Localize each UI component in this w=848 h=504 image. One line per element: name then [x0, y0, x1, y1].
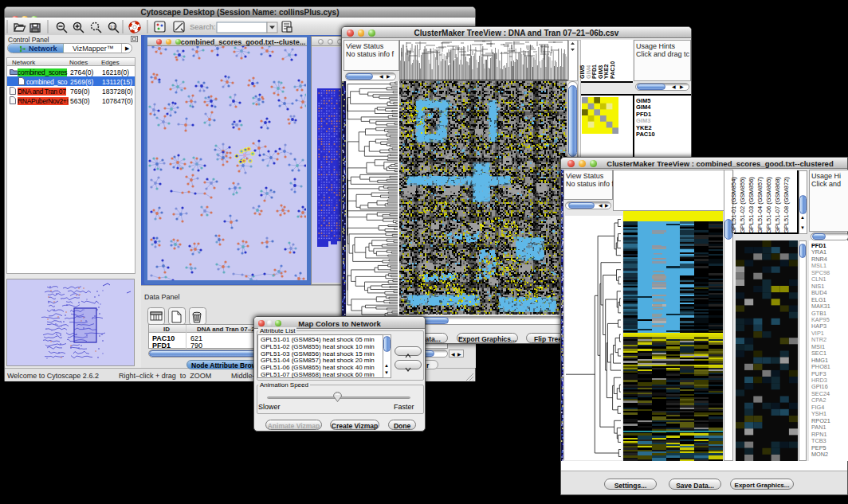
svg-text:Search:: Search: [190, 22, 216, 31]
svg-text:1:1: 1:1 [110, 25, 116, 29]
